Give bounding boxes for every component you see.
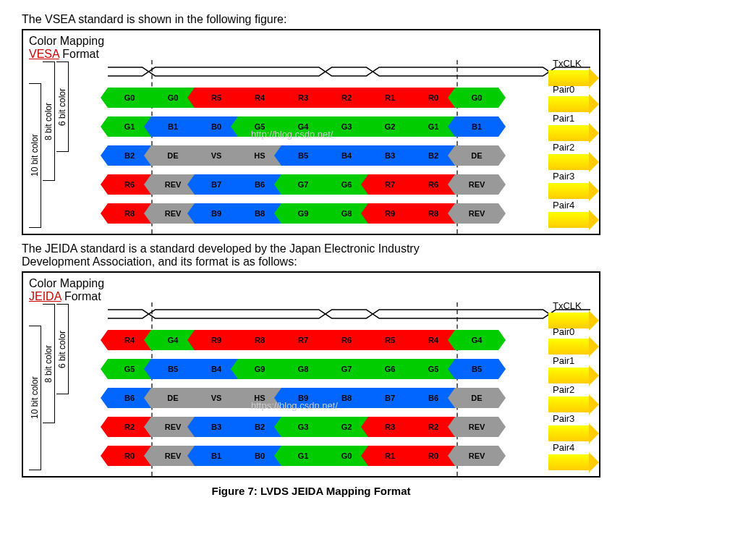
vesa-diagram: Color Mapping VESA Format 10 bit color 8…: [22, 29, 600, 235]
txclk-label: TxCLK: [553, 300, 587, 311]
slot: REV: [455, 446, 498, 466]
clock-waveform: [108, 64, 590, 79]
clock-lane: TxCLK: [70, 60, 593, 83]
pair-arrow: [548, 454, 590, 470]
jeida-intro-2: Development Association, and its format …: [22, 255, 734, 268]
pair0-label: Pair0: [553, 326, 587, 337]
pair-arrow: [548, 183, 590, 199]
pair-arrow: [548, 396, 590, 412]
vsea-intro: The VSEA standard is shown in the follow…: [22, 13, 734, 26]
pair2-lane: B2 DE VS HS B5 B4 B3 B2 DE Pair2: [70, 141, 593, 170]
pair4-label: Pair4: [553, 200, 587, 211]
slot: DE: [455, 388, 498, 408]
pair-arrow: [548, 154, 590, 170]
jeida-diagram: Color Mapping JEIDA Format 10 bit color …: [22, 271, 600, 478]
jeida-title: Color Mapping JEIDA Format: [29, 277, 593, 302]
pair-arrow: [548, 425, 590, 441]
pair2-label: Pair2: [553, 142, 587, 153]
bit-depth-labels: 10 bit color 8 bit color 6 bit color: [29, 60, 70, 228]
slot: G0: [455, 88, 498, 108]
pair4-lane: R0 REV B1 B0 G1 G0 R1 R0 REV Pair4: [70, 441, 593, 470]
pair-arrow: [548, 368, 590, 383]
pair3-label: Pair3: [553, 413, 587, 424]
vesa-title: Color Mapping VESA Format: [29, 35, 593, 60]
pair-arrow: [548, 96, 590, 112]
label-10bit: 10 bit color: [29, 326, 41, 470]
pair-arrow: [548, 125, 590, 141]
pair-arrow: [548, 212, 590, 228]
slot: DE: [455, 145, 498, 166]
pair0-lane: R4 G4 R9 R8 R7 R6 R5 R4 G4 Pair0: [70, 326, 593, 355]
slot: REV: [455, 203, 498, 224]
slot: B5: [455, 359, 498, 379]
pair3-label: Pair3: [553, 171, 587, 182]
pair3-lane: R2 REV B3 B2 G3 G2 R3 R2 REV Pair3: [70, 412, 593, 441]
label-6bit: 6 bit color: [56, 61, 69, 152]
slot: REV: [455, 174, 498, 195]
pair3-lane: R6 REV B7 B6 G7 G6 R7 R6 REV Pair3: [70, 170, 593, 199]
slot: B1: [455, 116, 498, 137]
clock-waveform: [108, 307, 590, 321]
clock-lane: TxCLK: [70, 302, 593, 326]
slot: REV: [455, 417, 498, 437]
slot: G4: [455, 330, 498, 350]
pair1-lane: G5 B5 B4 G9 G8 G7 G6 G5 B5 Pair1: [70, 355, 593, 383]
label-10bit: 10 bit color: [29, 83, 41, 228]
jeida-intro-1: The JEIDA standard is a standard develop…: [22, 242, 734, 255]
label-8bit: 8 bit color: [43, 304, 55, 423]
pair0-label: Pair0: [553, 84, 587, 95]
label-8bit: 8 bit color: [43, 61, 55, 181]
pair4-lane: R8 REV B9 B8 G9 G8 R9 R8 REV Pair4: [70, 199, 593, 228]
pair2-label: Pair2: [553, 384, 587, 395]
pair2-lane: B6 DE VS HS B9 B8 B7 B6 DE Pair2: [70, 383, 593, 412]
pair-arrow: [548, 339, 590, 355]
label-6bit: 6 bit color: [56, 304, 69, 394]
txclk-label: TxCLK: [553, 58, 587, 69]
pair1-lane: G1 B1 B0 G5 G4 G3 G2 G1 B1 Pair1: [70, 112, 593, 141]
bit-depth-labels: 10 bit color 8 bit color 6 bit color: [29, 302, 70, 470]
pair0-lane: G0 G0 R5 R4 R3 R2 R1 R0 G0 Pair0: [70, 83, 593, 112]
pair1-label: Pair1: [553, 113, 587, 124]
figure-7-caption: Figure 7: LVDS JEIDA Mapping Format: [22, 485, 600, 497]
pair4-label: Pair4: [553, 442, 587, 453]
pair1-label: Pair1: [553, 355, 587, 366]
